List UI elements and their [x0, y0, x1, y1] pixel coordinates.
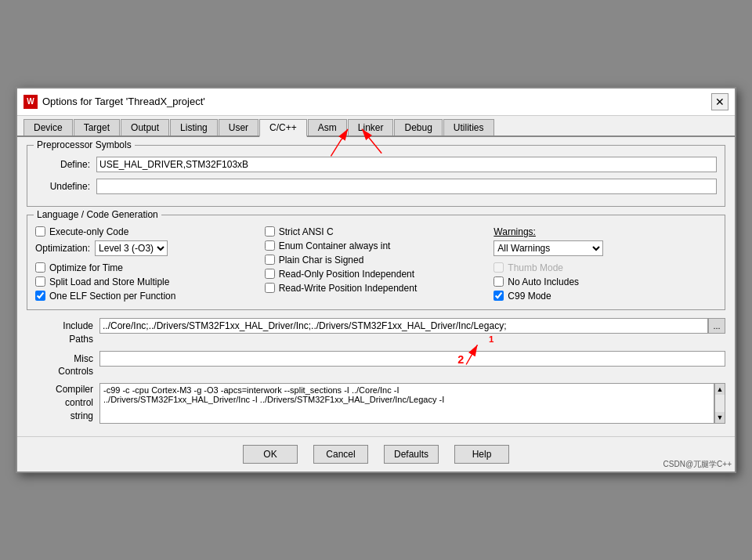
warnings-label: Warnings:: [494, 226, 717, 237]
undefine-label: Undefine:: [35, 181, 90, 192]
language-group: Language / Code Generation Execute-only …: [27, 215, 725, 310]
execute-only-row[interactable]: Execute-only Code: [35, 226, 258, 237]
c99-mode-row[interactable]: C99 Mode: [494, 291, 717, 302]
optimization-select[interactable]: Level 3 (-O3) Level 0 (-O0) Level 1 (-O1…: [95, 240, 168, 256]
tab-cpp[interactable]: C/C++: [259, 119, 307, 137]
misc-row: MiscControls: [27, 351, 725, 379]
enum-container-label: Enum Container always int: [279, 240, 391, 251]
one-elf-row[interactable]: One ELF Section per Function: [35, 291, 258, 302]
tab-asm[interactable]: Asm: [308, 119, 347, 135]
optimize-time-label: Optimize for Time: [49, 262, 123, 273]
thumb-mode-row[interactable]: Thumb Mode: [494, 262, 717, 273]
tab-utilities[interactable]: Utilities: [443, 119, 494, 135]
tab-bar: Device Target Output Listing User C/C++ …: [17, 116, 735, 137]
plain-char-row[interactable]: Plain Char is Signed: [265, 255, 488, 266]
compiler-row: Compilercontrolstring -c99 -c -cpu Corte…: [27, 383, 725, 424]
compiler-label: Compilercontrolstring: [27, 383, 93, 422]
optimize-time-check[interactable]: [35, 262, 45, 273]
tab-target[interactable]: Target: [74, 119, 120, 135]
watermark: CSDN@兀腿学C++: [663, 459, 732, 470]
tab-output[interactable]: Output: [121, 119, 169, 135]
thumb-mode-check[interactable]: [494, 262, 504, 273]
close-button[interactable]: ✕: [711, 93, 728, 110]
split-load-label: Split Load and Store Multiple: [49, 276, 169, 287]
define-row: Define:: [35, 157, 717, 172]
col2: Strict ANSI C Enum Container always int …: [265, 226, 488, 302]
dialog-title: Options for Target 'ThreadX_project': [42, 96, 205, 107]
enum-container-row[interactable]: Enum Container always int: [265, 240, 488, 251]
execute-only-label: Execute-only Code: [49, 226, 128, 237]
one-elf-check[interactable]: [35, 291, 45, 301]
readwrite-pos-label: Read-Write Position Independent: [279, 283, 418, 294]
cancel-button[interactable]: Cancel: [313, 445, 368, 464]
scroll-up-arrow[interactable]: ▲: [715, 384, 725, 395]
optimize-time-row[interactable]: Optimize for Time: [35, 262, 258, 273]
tab-listing[interactable]: Listing: [170, 119, 218, 135]
define-label: Define:: [35, 159, 90, 170]
no-auto-includes-row[interactable]: No Auto Includes: [494, 276, 717, 287]
language-group-label: Language / Code Generation: [34, 209, 161, 220]
c99-mode-label: C99 Mode: [508, 291, 551, 302]
scroll-track: [715, 395, 725, 412]
main-content: Preprocessor Symbols Define: Undefine: L…: [17, 137, 735, 436]
tab-user[interactable]: User: [219, 119, 258, 135]
no-auto-includes-label: No Auto Includes: [508, 276, 579, 287]
misc-controls-input[interactable]: [99, 351, 725, 367]
readonly-pos-row[interactable]: Read-Only Position Independent: [265, 269, 488, 280]
readwrite-pos-check[interactable]: [265, 283, 275, 293]
tab-linker[interactable]: Linker: [348, 119, 394, 135]
one-elf-label: One ELF Section per Function: [49, 291, 175, 302]
scroll-down-arrow[interactable]: ▼: [715, 412, 725, 423]
plain-char-check[interactable]: [265, 255, 275, 265]
misc-label: MiscControls: [27, 351, 93, 379]
split-load-row[interactable]: Split Load and Store Multiple: [35, 276, 258, 287]
include-row: IncludePaths ...: [27, 318, 725, 346]
include-label: IncludePaths: [27, 318, 93, 346]
defaults-button[interactable]: Defaults: [384, 445, 439, 464]
col3: Warnings: All Warnings No Warnings Unspe…: [494, 226, 717, 302]
split-load-check[interactable]: [35, 276, 45, 287]
warnings-row: All Warnings No Warnings Unspecified: [494, 240, 717, 256]
strict-ansi-label: Strict ANSI C: [279, 226, 334, 237]
execute-only-check[interactable]: [35, 226, 45, 237]
app-icon: W: [24, 95, 38, 109]
readonly-pos-label: Read-Only Position Independent: [279, 269, 414, 280]
footer: OK Cancel Defaults Help: [17, 436, 735, 471]
help-button[interactable]: Help: [454, 445, 509, 464]
tab-device[interactable]: Device: [24, 119, 73, 135]
preprocessor-group: Preprocessor Symbols Define: Undefine:: [27, 145, 725, 207]
optimization-label: Optimization:: [35, 243, 90, 254]
preprocessor-group-label: Preprocessor Symbols: [34, 139, 135, 150]
include-browse-button[interactable]: ...: [708, 318, 725, 334]
tab-debug[interactable]: Debug: [394, 119, 442, 135]
readwrite-pos-row[interactable]: Read-Write Position Independent: [265, 283, 488, 294]
optimization-row: Optimization: Level 3 (-O3) Level 0 (-O0…: [35, 240, 258, 256]
include-paths-input[interactable]: [99, 318, 708, 334]
warnings-select[interactable]: All Warnings No Warnings Unspecified: [494, 240, 603, 256]
plain-char-label: Plain Char is Signed: [279, 255, 364, 266]
readonly-pos-check[interactable]: [265, 269, 275, 279]
col1: Execute-only Code Optimization: Level 3 …: [35, 226, 258, 302]
define-input[interactable]: [96, 157, 717, 172]
compiler-string-text: -c99 -c -cpu Cortex-M3 -g -O3 -apcs=inte…: [99, 383, 714, 424]
strict-ansi-check[interactable]: [265, 226, 275, 237]
undefine-row: Undefine:: [35, 179, 717, 194]
strict-ansi-row[interactable]: Strict ANSI C: [265, 226, 488, 237]
thumb-mode-label: Thumb Mode: [508, 262, 563, 273]
no-auto-includes-check[interactable]: [494, 276, 504, 287]
title-bar: W Options for Target 'ThreadX_project' ✕: [17, 89, 735, 116]
c99-mode-check[interactable]: [494, 291, 504, 301]
enum-container-check[interactable]: [265, 240, 275, 251]
compiler-scrollbar[interactable]: ▲ ▼: [714, 383, 725, 424]
ok-button[interactable]: OK: [243, 445, 298, 464]
undefine-input[interactable]: [96, 179, 717, 194]
